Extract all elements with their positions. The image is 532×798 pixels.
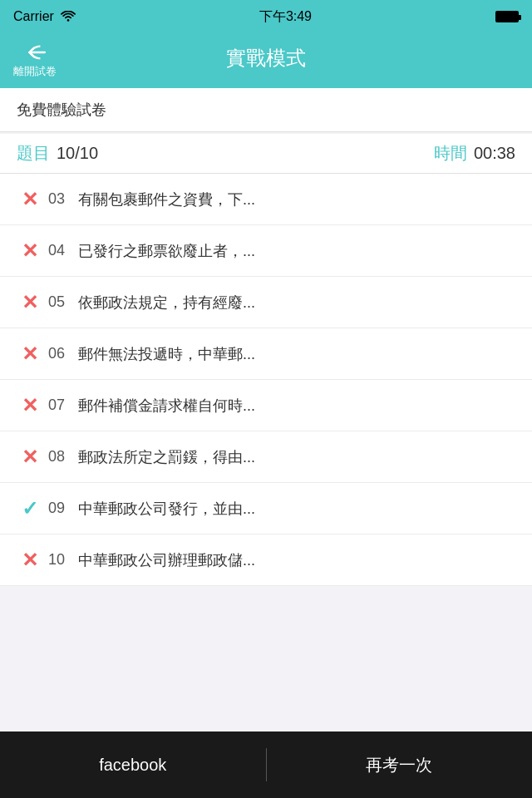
wrong-icon: ✕ xyxy=(17,394,43,417)
question-item[interactable]: ✕10中華郵政公司辦理郵政儲... xyxy=(0,534,532,586)
carrier-label: Carrier xyxy=(13,9,54,24)
question-list: ✕03有關包裹郵件之資費，下...✕04已發行之郵票欲廢止者，...✕05依郵政… xyxy=(0,174,532,586)
question-number: 06 xyxy=(48,345,78,362)
question-item[interactable]: ✕07郵件補償金請求權自何時... xyxy=(0,380,532,431)
time-label: 時間 xyxy=(434,142,467,165)
retry-label: 再考一次 xyxy=(366,754,432,776)
status-bar-time: 下午3:49 xyxy=(259,8,312,26)
question-number: 10 xyxy=(48,551,78,569)
question-text: 中華郵政公司辦理郵政儲... xyxy=(78,550,515,570)
wrong-icon: ✕ xyxy=(17,446,43,469)
nav-bar: 離開試卷 實戰模式 xyxy=(0,33,532,88)
question-text: 郵件無法投遞時，中華郵... xyxy=(78,344,515,364)
question-text: 已發行之郵票欲廢止者，... xyxy=(78,241,515,261)
question-item[interactable]: ✕03有關包裹郵件之資費，下... xyxy=(0,174,532,225)
status-bar-left: Carrier xyxy=(13,9,76,24)
wifi-icon xyxy=(61,11,76,22)
question-item[interactable]: ✕06郵件無法投遞時，中華郵... xyxy=(0,328,532,380)
question-number: 05 xyxy=(48,293,78,311)
question-item[interactable]: ✓09中華郵政公司發行，並由... xyxy=(0,483,532,534)
back-icon xyxy=(22,42,47,62)
question-value: 10/10 xyxy=(57,144,98,163)
status-bar-right xyxy=(495,11,519,22)
wrong-icon: ✕ xyxy=(17,342,43,366)
stats-bar: 題目 10/10 時間 00:38 xyxy=(0,134,532,174)
battery-icon xyxy=(495,11,519,22)
question-item[interactable]: ✕08郵政法所定之罰鍰，得由... xyxy=(0,431,532,483)
wrong-icon: ✕ xyxy=(17,291,43,314)
question-number: 04 xyxy=(48,242,78,259)
question-item[interactable]: ✕04已發行之郵票欲廢止者，... xyxy=(0,225,532,277)
question-number: 07 xyxy=(48,397,78,414)
question-item[interactable]: ✕05依郵政法規定，持有經廢... xyxy=(0,277,532,328)
subtitle-text: 免費體驗試卷 xyxy=(17,101,106,118)
question-number: 09 xyxy=(48,500,78,517)
back-button[interactable]: 離開試卷 xyxy=(13,42,57,79)
back-label: 離開試卷 xyxy=(13,64,57,79)
bottom-bar: facebook 再考一次 xyxy=(0,732,532,798)
content-area: 免費體驗試卷 題目 10/10 時間 00:38 ✕03有關包裹郵件之資費，下.… xyxy=(0,88,532,732)
time-value: 00:38 xyxy=(474,144,515,163)
question-text: 依郵政法規定，持有經廢... xyxy=(78,293,515,313)
facebook-label: facebook xyxy=(99,756,166,775)
correct-icon: ✓ xyxy=(17,497,43,520)
question-number: 03 xyxy=(48,190,78,208)
retry-button[interactable]: 再考一次 xyxy=(267,732,533,798)
wrong-icon: ✕ xyxy=(17,549,43,572)
question-text: 郵政法所定之罰鍰，得由... xyxy=(78,447,515,467)
svg-point-0 xyxy=(67,19,70,22)
wrong-icon: ✕ xyxy=(17,188,43,211)
question-text: 有關包裹郵件之資費，下... xyxy=(78,190,515,209)
question-text: 郵件補償金請求權自何時... xyxy=(78,396,515,416)
question-number: 08 xyxy=(48,448,78,466)
question-label: 題目 xyxy=(17,142,50,165)
facebook-button[interactable]: facebook xyxy=(0,732,266,798)
status-bar: Carrier 下午3:49 xyxy=(0,0,532,33)
wrong-icon: ✕ xyxy=(17,239,43,263)
nav-title: 實戰模式 xyxy=(226,45,306,71)
question-text: 中華郵政公司發行，並由... xyxy=(78,499,515,519)
subtitle-bar: 免費體驗試卷 xyxy=(0,88,532,132)
